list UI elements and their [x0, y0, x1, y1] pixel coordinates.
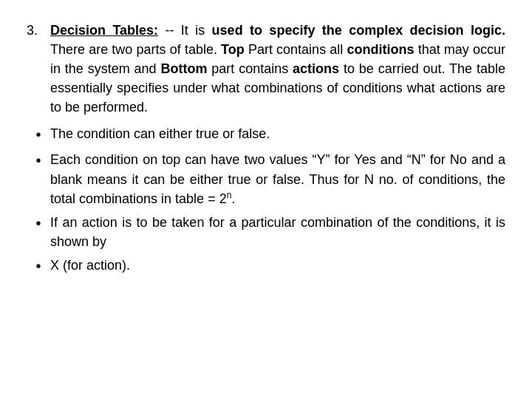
section-body: Decision Tables: -- It is used to specif… — [50, 21, 505, 117]
bold-phrase-4: Bottom — [160, 61, 207, 76]
bullet-symbol: • — [27, 213, 50, 234]
bold-phrase-5: actions — [293, 61, 339, 76]
bullet-text-3: If an action is to be taken for a partic… — [50, 213, 505, 251]
bold-phrase-3: conditions — [347, 42, 414, 57]
bullet-2-pre: Each condition on top can have two value… — [50, 152, 505, 205]
text-3: Part contains all — [245, 42, 347, 57]
bullet-text-2: Each condition on top can have two value… — [50, 150, 505, 208]
bullet-list: • The condition can either true or false… — [27, 124, 505, 276]
section-3: 3. Decision Tables: -- It is used to spe… — [27, 21, 505, 117]
bullet-2-post: . — [231, 191, 235, 206]
bullet-symbol: • — [27, 124, 50, 146]
section-title: Decision Tables: — [50, 23, 158, 38]
section-number: 3. — [27, 21, 50, 40]
text-2: There are two parts of table. — [50, 42, 221, 57]
list-item: • If an action is to be taken for a part… — [27, 213, 505, 251]
bullet-symbol: • — [27, 150, 50, 171]
bullet-symbol: • — [27, 256, 50, 277]
title-separator: -- — [158, 23, 181, 38]
text-5: part contains — [207, 61, 293, 76]
bullet-text-1: The condition can either true or false. — [50, 124, 505, 143]
intro-text: It is — [181, 23, 212, 38]
main-content: 3. Decision Tables: -- It is used to spe… — [0, 0, 532, 302]
list-item: • X (for action). — [27, 256, 505, 277]
bullet-text-4: X (for action). — [50, 256, 505, 275]
bold-phrase-1: used to specify the complex decision log… — [212, 23, 505, 38]
list-item: • Each condition on top can have two val… — [27, 150, 505, 208]
bold-phrase-2: Top — [221, 42, 245, 57]
list-item: • The condition can either true or false… — [27, 124, 505, 146]
